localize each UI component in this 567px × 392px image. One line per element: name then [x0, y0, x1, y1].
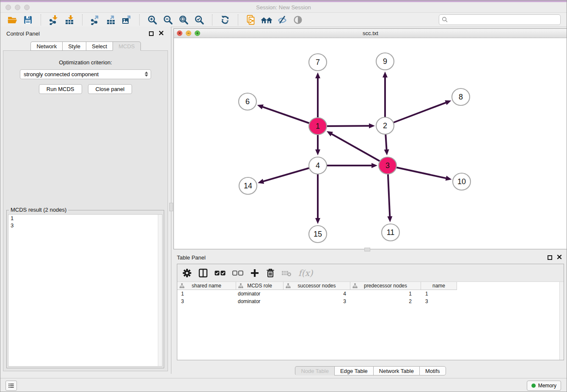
open-session-button[interactable] [6, 14, 19, 26]
table-panel: Table Panel [173, 253, 567, 364]
svg-text:2: 2 [383, 121, 387, 130]
network-canvas[interactable]: 7968124314101511 [174, 38, 567, 249]
graph-node-9[interactable]: 9 [376, 53, 394, 70]
run-mcds-button[interactable]: Run MCDS [39, 84, 82, 94]
network-window-controls [177, 30, 200, 36]
table-panel-float-icon[interactable] [548, 255, 552, 260]
column-label: predecessor nodes [364, 283, 407, 289]
gear-icon [182, 268, 192, 278]
task-history-button[interactable] [6, 381, 17, 391]
tab-edge-table[interactable]: Edge Table [334, 366, 373, 375]
export-image-button[interactable] [120, 14, 133, 26]
control-panel: Control Panel Network Style Select MCDS … [0, 27, 171, 374]
import-network-button[interactable] [47, 14, 61, 26]
column-header-name[interactable]: name [421, 282, 457, 290]
network-view-window: scc.txt 7968124314101511 [173, 28, 567, 249]
zoom-selected-button[interactable] [193, 14, 206, 26]
export-table-button[interactable] [104, 14, 118, 26]
graph-node-4[interactable]: 4 [309, 157, 327, 174]
control-panel-close-icon[interactable] [158, 30, 164, 36]
graph-node-2[interactable]: 2 [376, 117, 394, 134]
cell-name: 3 [421, 298, 457, 305]
clone-network-button[interactable] [244, 14, 258, 26]
toolbar-separator [212, 14, 212, 25]
column-label: successor nodes [297, 283, 336, 289]
svg-text:7: 7 [316, 58, 320, 66]
columns-icon [198, 268, 208, 278]
unselect-all-columns-button[interactable] [232, 267, 243, 279]
svg-text:10: 10 [457, 177, 466, 186]
graph-edge-3-10[interactable] [388, 166, 452, 181]
memory-button[interactable]: Memory [527, 381, 561, 391]
show-graphics-details-button[interactable] [291, 14, 305, 26]
hide-graphics-details-button[interactable] [275, 14, 289, 26]
network-zoom-icon[interactable] [195, 30, 200, 36]
delete-table-button[interactable] [281, 267, 292, 279]
optimization-criterion-label: Optimization criterion: [3, 59, 168, 66]
result-scrollbar[interactable] [158, 215, 162, 366]
mcds-buttons: Run MCDS Close panel [3, 84, 168, 94]
apply-layout-button[interactable] [218, 14, 232, 26]
graph-node-7[interactable]: 7 [309, 54, 327, 71]
network-minimize-icon[interactable] [186, 30, 191, 36]
save-session-button[interactable] [21, 14, 35, 26]
zoom-out-button[interactable] [161, 14, 175, 26]
table-row[interactable]: 1 dominator 4 1 1 [177, 290, 564, 298]
graph-node-14[interactable]: 14 [239, 177, 257, 194]
search-input[interactable] [450, 16, 560, 24]
eye-icon [293, 15, 303, 25]
tab-mcds[interactable]: MCDS [113, 41, 140, 51]
close-panel-button[interactable]: Close panel [88, 84, 132, 94]
tab-motifs[interactable]: Motifs [419, 366, 446, 375]
export-network-button[interactable] [88, 14, 102, 26]
tab-node-table[interactable]: Node Table [295, 366, 334, 375]
table-row[interactable]: 3 dominator 3 2 3 [177, 298, 564, 305]
import-table-button[interactable] [63, 14, 76, 26]
svg-text:1: 1 [316, 122, 320, 130]
control-panel-float-icon[interactable] [149, 31, 154, 36]
plus-glyph-icon [196, 32, 199, 35]
status-bar: Memory [0, 378, 567, 392]
graph-node-11[interactable]: 11 [382, 224, 399, 241]
show-column-button[interactable] [198, 267, 208, 279]
cell-mcds-role: dominator [236, 298, 284, 305]
horizontal-splitter-grip[interactable] [364, 248, 370, 251]
mcds-result-list[interactable]: 1 3 [8, 214, 162, 367]
titlebar: Session: New Session [0, 2, 567, 13]
graph-node-1[interactable]: 1 [309, 118, 327, 135]
graph-node-15[interactable]: 15 [309, 226, 327, 243]
table-settings-button[interactable] [182, 267, 192, 279]
column-header-successor-nodes[interactable]: successor nodes [284, 282, 350, 290]
delete-columns-button[interactable] [266, 267, 275, 279]
tab-select[interactable]: Select [86, 41, 113, 51]
first-neighbors-button[interactable] [260, 14, 273, 26]
graph-node-8[interactable]: 8 [452, 88, 470, 105]
tab-network[interactable]: Network [30, 41, 62, 51]
network-window-titlebar[interactable]: scc.txt [174, 29, 567, 38]
optimization-criterion-select[interactable]: strongly connected component [20, 69, 151, 79]
select-stepper-icon [145, 72, 148, 77]
graph-edge-2-8[interactable] [385, 100, 451, 126]
fit-content-button[interactable] [177, 14, 190, 26]
column-header-mcds-role[interactable]: MCDS role [236, 282, 284, 290]
column-header-predecessor-nodes[interactable]: predecessor nodes [350, 282, 421, 290]
create-column-button[interactable] [250, 267, 259, 279]
graph-edge-3-1[interactable] [327, 131, 388, 166]
table-panel-close-icon[interactable] [556, 254, 562, 260]
graph-edge-4-14[interactable] [258, 166, 318, 184]
tab-style[interactable]: Style [62, 41, 86, 51]
graph-node-10[interactable]: 10 [453, 173, 471, 190]
network-close-icon[interactable] [177, 30, 182, 36]
tree-icon [352, 283, 358, 288]
tab-network-table[interactable]: Network Table [373, 366, 419, 375]
column-header-shared-name[interactable]: shared name [177, 282, 236, 290]
graph-node-3[interactable]: 3 [379, 157, 396, 174]
function-builder-button[interactable]: f(x) [298, 267, 313, 279]
graph-edge-1-6[interactable] [257, 105, 318, 126]
table-scrollbar[interactable] [559, 282, 564, 360]
zoom-in-button[interactable] [146, 14, 159, 26]
vertical-splitter-grip[interactable] [169, 203, 173, 211]
mcds-result-title: MCDS result (2 nodes) [9, 207, 68, 213]
select-all-columns-button[interactable] [215, 267, 226, 279]
graph-node-6[interactable]: 6 [239, 93, 256, 110]
